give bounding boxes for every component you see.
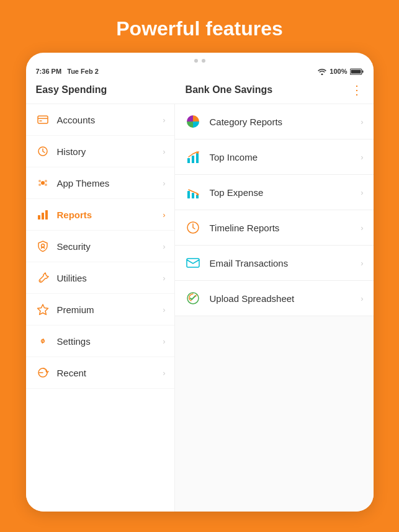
right-item-upload-spreadsheet[interactable]: Upload Spreadsheet ›: [175, 281, 374, 316]
history-label: History: [57, 146, 86, 157]
timeline-reports-label: Timeline Reports: [210, 223, 280, 233]
reports-icon: [36, 208, 50, 221]
category-reports-chevron: ›: [361, 117, 363, 126]
svg-rect-3: [38, 116, 48, 123]
app-title-center: Bank One Savings: [186, 84, 273, 95]
app-header: Easy Spending Bank One Savings ⋮: [26, 78, 374, 104]
status-date: Tue Feb 2: [67, 68, 99, 75]
recent-label: Recent: [57, 368, 87, 378]
svg-rect-12: [42, 213, 44, 219]
sidebar-item-settings[interactable]: i Settings ›: [26, 326, 174, 357]
top-income-label: Top Income: [210, 152, 258, 162]
settings-chevron: ›: [163, 337, 165, 346]
svg-rect-24: [187, 191, 190, 198]
battery-icon: [350, 68, 364, 75]
sidebar-item-reports[interactable]: Reports ›: [26, 199, 174, 231]
sidebar-item-premium[interactable]: Premium ›: [26, 294, 174, 326]
themes-chevron: ›: [163, 179, 165, 188]
svg-point-8: [45, 180, 47, 182]
upload-spreadsheet-label: Upload Spreadsheet: [210, 293, 295, 304]
settings-icon: i: [36, 334, 50, 348]
email-transactions-chevron: ›: [361, 259, 363, 268]
right-item-category-reports[interactable]: Category Reports ›: [175, 104, 374, 140]
svg-rect-1: [362, 70, 363, 73]
sidebar-item-security[interactable]: Security ›: [26, 231, 174, 262]
content-area: Accounts › History ›: [26, 104, 374, 512]
battery-text: 100%: [330, 68, 347, 75]
device-frame: 7:36 PM Tue Feb 2 100%: [26, 53, 374, 512]
svg-text:i: i: [42, 338, 43, 345]
more-menu-icon[interactable]: ⋮: [351, 82, 363, 97]
status-bar: 7:36 PM Tue Feb 2 100%: [26, 66, 374, 78]
sidebar-item-recent[interactable]: Recent ›: [26, 357, 174, 389]
status-time-date: 7:36 PM Tue Feb 2: [36, 68, 99, 75]
security-chevron: ›: [163, 242, 165, 251]
svg-rect-21: [192, 156, 194, 163]
svg-point-15: [40, 280, 41, 282]
device-top-bar: [26, 53, 374, 66]
top-expense-label: Top Expense: [210, 187, 264, 198]
top-expense-icon: [185, 184, 201, 200]
svg-point-10: [45, 184, 47, 186]
svg-rect-2: [351, 69, 361, 73]
recent-chevron: ›: [163, 368, 165, 378]
right-item-top-income[interactable]: Top Income ›: [175, 140, 374, 175]
email-transactions-icon: [185, 255, 201, 271]
sidebar-item-accounts[interactable]: Accounts ›: [26, 104, 174, 136]
svg-rect-22: [196, 153, 199, 163]
sidebar-item-utilities[interactable]: Utilities ›: [26, 262, 174, 294]
svg-point-14: [41, 244, 44, 247]
top-expense-chevron: ›: [361, 188, 363, 197]
security-label: Security: [57, 241, 91, 252]
wifi-icon: [317, 68, 327, 75]
category-reports-icon: [185, 113, 201, 130]
security-icon: [36, 239, 50, 253]
accounts-chevron: ›: [163, 115, 165, 125]
upload-spreadsheet-chevron: ›: [361, 294, 363, 303]
utilities-label: Utilities: [57, 273, 87, 283]
themes-label: App Themes: [57, 178, 110, 188]
right-item-email-transactions[interactable]: Email Transactions ›: [175, 246, 374, 281]
recent-icon: [36, 366, 50, 379]
email-transactions-label: Email Transactions: [210, 258, 289, 268]
timeline-reports-chevron: ›: [361, 223, 363, 233]
timeline-reports-icon: [185, 219, 201, 236]
upload-spreadsheet-icon: [185, 290, 201, 306]
sidebar-item-app-themes[interactable]: App Themes ›: [26, 167, 174, 199]
right-item-top-expense[interactable]: Top Expense ›: [175, 175, 374, 210]
utilities-icon: [36, 271, 50, 285]
accounts-label: Accounts: [57, 115, 96, 125]
svg-rect-20: [187, 158, 190, 163]
themes-icon: [36, 176, 50, 190]
premium-label: Premium: [57, 304, 94, 315]
svg-rect-11: [38, 215, 40, 219]
reports-chevron: ›: [163, 210, 165, 219]
utilities-chevron: ›: [163, 273, 165, 283]
page-header: Powerful features: [104, 0, 295, 53]
status-bar-right: 100%: [317, 68, 363, 75]
dot-right: [202, 59, 205, 63]
sidebar-item-history[interactable]: History ›: [26, 136, 174, 167]
history-chevron: ›: [163, 147, 165, 156]
app-title-left: Easy Spending: [36, 84, 107, 95]
category-reports-label: Category Reports: [210, 117, 283, 127]
status-time: 7:36 PM: [36, 68, 62, 75]
top-income-icon: [185, 149, 201, 165]
svg-point-6: [41, 181, 45, 185]
page-title: Powerful features: [104, 0, 295, 53]
right-panel: Category Reports ›: [175, 104, 374, 512]
left-panel: Accounts › History ›: [26, 104, 175, 512]
reports-label: Reports: [57, 210, 92, 220]
svg-rect-25: [192, 193, 194, 198]
svg-rect-13: [45, 210, 48, 219]
history-icon: [36, 144, 50, 158]
top-income-chevron: ›: [361, 153, 363, 162]
premium-icon: [36, 303, 50, 316]
svg-marker-16: [37, 304, 48, 314]
accounts-icon: [36, 113, 50, 126]
svg-rect-29: [187, 259, 199, 267]
svg-point-7: [38, 180, 41, 182]
premium-chevron: ›: [163, 305, 165, 314]
settings-label: Settings: [57, 336, 91, 347]
right-item-timeline-reports[interactable]: Timeline Reports ›: [175, 210, 374, 246]
